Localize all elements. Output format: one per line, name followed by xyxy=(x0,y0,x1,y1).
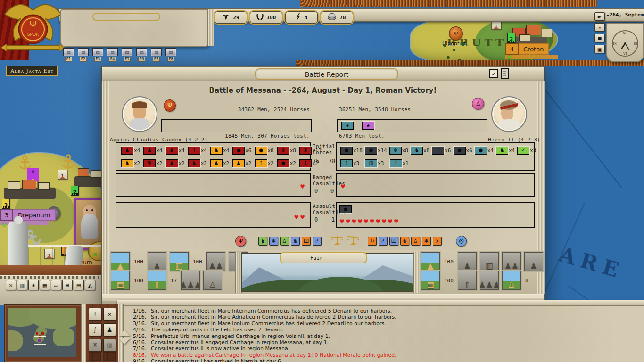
supplies-tile[interactable]: ▦ xyxy=(421,271,440,290)
withdraw-icon[interactable]: ◗ xyxy=(258,237,267,246)
log-scroll-up[interactable] xyxy=(119,330,130,336)
log-message[interactable]: 6/16.Consular exercitus II engaged Carth… xyxy=(133,339,642,346)
fkey-button-f8[interactable]: ▤F8 xyxy=(165,48,177,62)
alert-button[interactable]: ! xyxy=(89,308,101,321)
casualty-balance-icon[interactable] xyxy=(346,234,360,247)
stand-icon[interactable]: ♙ xyxy=(280,237,289,246)
initial-forces-label: Initial Forces xyxy=(313,143,335,156)
fkey-button-f1[interactable]: ▤F1 xyxy=(63,48,74,62)
supplies-tile[interactable]: ▦ xyxy=(111,271,130,290)
cavalry-charge-icon[interactable]: ♞ xyxy=(291,237,300,246)
fkey-button-f7[interactable]: ▤F7 xyxy=(150,48,162,62)
soldiers-tile[interactable]: ♟♟ xyxy=(206,252,225,271)
message-log[interactable]: 1/16.Sir, our merchant fleet in Mare Int… xyxy=(133,308,642,362)
croton-label[interactable]: 4 Croton xyxy=(505,43,549,55)
drepanum-label[interactable]: 3 Drepanum xyxy=(0,209,56,221)
next-turn-button[interactable]: ► xyxy=(594,12,605,21)
objectives-filter-button[interactable]: ★ xyxy=(28,280,39,290)
laurel-resource-button[interactable]: 100 xyxy=(250,11,282,24)
save-button[interactable]: ▣ xyxy=(594,45,605,53)
officer-tile[interactable]: ♟ xyxy=(148,252,166,271)
march-tile[interactable]: ⇑ xyxy=(148,271,166,290)
log-message[interactable]: 1/16.Sir, our merchant fleet in Mare Int… xyxy=(133,308,642,314)
unit-count: x8 xyxy=(290,148,296,154)
march-tile[interactable]: ⇑ xyxy=(458,271,477,290)
stand-icon-2[interactable]: ♙ xyxy=(411,237,420,246)
target-icon[interactable]: ◎ xyxy=(456,236,467,247)
morale-icon[interactable]: Ψ xyxy=(235,236,246,247)
terrain-view-button[interactable]: ◭ xyxy=(85,280,95,290)
log-message[interactable]: 7/16.Consular exercitus II is now active… xyxy=(133,346,642,352)
infantry-chip: ♟x4 xyxy=(121,147,140,155)
world-map-button[interactable]: ⊕ xyxy=(62,280,73,290)
fkey-button-f2[interactable]: ▤F2 xyxy=(77,48,89,62)
units-button[interactable]: ♟ xyxy=(103,323,116,336)
battles-button[interactable]: × xyxy=(103,308,116,321)
eagle-emblem[interactable]: Ψ SPQR xyxy=(0,0,66,66)
cohesion-icon[interactable]: ♣ xyxy=(269,237,278,246)
barricade-tile[interactable]: ▥ xyxy=(170,252,189,271)
fkey-button-f5[interactable]: ▤F5 xyxy=(121,48,133,62)
runner-tile[interactable]: ♙ xyxy=(203,271,222,290)
log-message[interactable]: 5/16.Praefectus Urbi manus engaged Carth… xyxy=(133,333,642,339)
skirmisher-icon: ● xyxy=(475,147,487,155)
tent-tile[interactable]: ▲ xyxy=(111,252,130,271)
elite-star-icon: ★ xyxy=(341,122,354,130)
guard-tile[interactable]: ♟ xyxy=(524,252,543,271)
fkey-button-f6[interactable]: ▤F6 xyxy=(136,48,148,62)
unit-count: x8 xyxy=(402,148,408,154)
detail-report-button[interactable] xyxy=(501,68,509,79)
left-commander-portrait[interactable] xyxy=(124,99,155,130)
moves-button[interactable]: ∫ xyxy=(89,323,101,336)
cavalry-charge-icon-2[interactable]: ♞ xyxy=(400,237,409,246)
fkey-button-f4[interactable]: ▤F4 xyxy=(107,48,118,62)
ledger-button[interactable]: ≡ xyxy=(594,34,605,42)
log-message[interactable]: 2/16.Sir, our merchant fleet in Mare Adr… xyxy=(133,314,642,320)
barricade-tile[interactable]: ▥ xyxy=(480,252,499,271)
log-message[interactable]: 9/16.Consular exercitus I has arrived in… xyxy=(133,358,642,362)
log-message[interactable]: 8/16.We won a battle against Carthage in… xyxy=(133,352,642,358)
lightning-resource-button[interactable]: 4 xyxy=(285,11,318,24)
militia-tile[interactable]: ♟♟♟ xyxy=(181,271,200,290)
cohesion-icon-2[interactable]: ♣ xyxy=(422,237,431,246)
soldiers-tile[interactable]: ♟♟ xyxy=(502,252,521,271)
croton-tower-badge[interactable]: 2 xyxy=(507,33,515,43)
depot-badge[interactable]: 1 xyxy=(58,170,67,180)
fast-forward-button[interactable]: » xyxy=(594,23,605,32)
assault-right-value: 1 xyxy=(331,216,335,223)
log-message[interactable]: 3/16.Sir, our merchant fleet in Mare Ion… xyxy=(133,321,642,327)
structures-filter-button[interactable]: ▦ xyxy=(40,280,50,290)
spear-chip: ↑x6 xyxy=(432,147,451,155)
maneuver-icon[interactable]: ↱ xyxy=(313,237,322,246)
unit-count: x2 xyxy=(134,160,140,166)
eagle-icon xyxy=(222,13,230,22)
odds-balance-icon[interactable] xyxy=(330,234,344,247)
right-commander-portrait[interactable] xyxy=(494,99,525,130)
hipontum-faction-roundel[interactable]: Ψ xyxy=(450,27,462,40)
auto-report-checkbox[interactable]: ✓ xyxy=(489,69,498,78)
military-filter-button[interactable]: × xyxy=(6,280,16,290)
infantry-assault-icon-2[interactable]: Ш xyxy=(389,237,398,246)
supply-filter-button[interactable]: ▥ xyxy=(17,280,27,290)
runner-tile[interactable]: ♙ xyxy=(502,271,521,290)
tower-badge-green[interactable]: 2 xyxy=(71,186,79,196)
regions-filter-button[interactable]: ▱ xyxy=(51,280,61,290)
fkey-button-f3[interactable]: ▤F3 xyxy=(92,48,104,62)
pursuit-icon[interactable]: ↻ xyxy=(368,237,377,246)
minimap[interactable] xyxy=(8,308,76,357)
militia-tile[interactable]: ♟♟♟ xyxy=(480,271,499,290)
minimap-viewport[interactable] xyxy=(34,336,46,345)
scroll-map-button[interactable]: ▤ xyxy=(74,280,84,290)
maneuver-icon-2[interactable]: ↱ xyxy=(379,237,388,246)
tent-tile[interactable]: ▲ xyxy=(421,252,440,271)
officer-tile[interactable]: ♟ xyxy=(458,252,477,271)
coins-resource-button[interactable]: 78 xyxy=(321,11,353,24)
log-scroll-down[interactable] xyxy=(119,338,130,345)
breakthrough-icon[interactable]: ≻ xyxy=(433,237,442,246)
infantry-assault-icon[interactable]: Ш xyxy=(302,237,311,246)
eagle-resource-button[interactable]: 29 xyxy=(215,11,247,24)
log-message[interactable]: 4/16.The upkeep of units in the field ha… xyxy=(133,327,642,333)
casualty-heart-icon: ♥ xyxy=(357,218,363,225)
unit-count: x4 xyxy=(223,148,229,154)
tower-badge-yellow[interactable]: 3 xyxy=(2,199,10,209)
